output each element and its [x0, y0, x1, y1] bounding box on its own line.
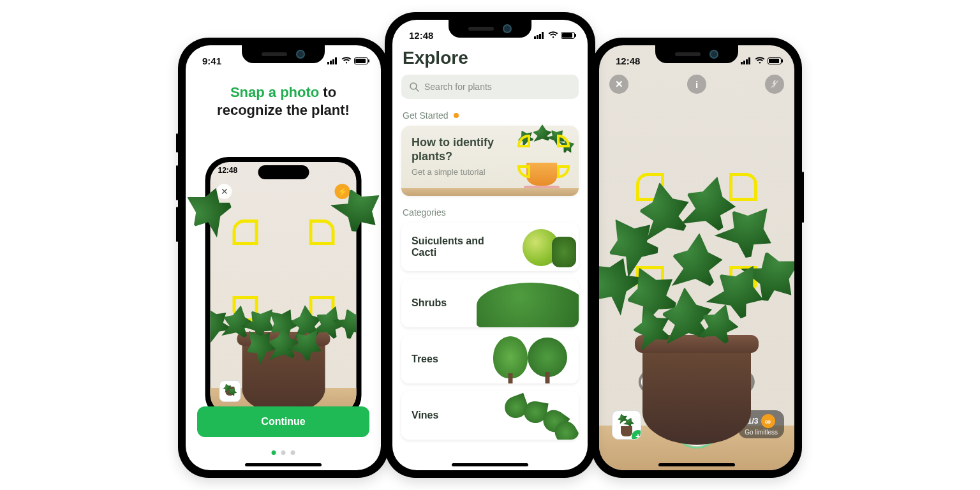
wifi-icon [548, 31, 558, 39]
page-indicator [272, 450, 295, 455]
status-bar: 12:48 [599, 45, 794, 71]
go-limitless-label: Go limitless [745, 429, 778, 436]
screen-onboarding: 9:41 Snap a photo to recognize the plant… [186, 45, 381, 470]
infinity-icon: ∞ [761, 414, 775, 428]
status-bar: 12:48 [392, 20, 588, 45]
categories-list: Suiculents and Cacti Shrubs Trees Vines [401, 223, 579, 447]
onboarding-phone-illustration: 12:48 ✕ ⚡ [205, 157, 362, 419]
phone-mockup-onboarding: 9:41 Snap a photo to recognize the plant… [178, 38, 389, 478]
plant-illustration [599, 189, 794, 362]
flash-off-icon [770, 80, 779, 89]
notification-dot-icon [454, 113, 459, 118]
status-icons [327, 57, 368, 64]
screen-camera: 12:48 ✕ i [599, 45, 794, 470]
home-indicator [245, 463, 322, 466]
page-dot-active [272, 450, 276, 455]
plant-illustration [211, 241, 357, 356]
screen-explore: 12:48 Explore Search for plants Get Star… [392, 20, 588, 470]
status-time: 12:48 [616, 56, 640, 66]
phone-mockup-explore: 12:48 Explore Search for plants Get Star… [385, 12, 595, 478]
status-time: 9:41 [202, 56, 221, 66]
page-title: Explore [403, 48, 579, 68]
home-indicator [658, 463, 735, 466]
phone-mockup-camera: 12:48 ✕ i [591, 38, 802, 478]
gallery-thumbnail[interactable] [219, 380, 241, 402]
continue-button[interactable]: Continue [197, 406, 369, 437]
search-placeholder: Search for plants [424, 82, 492, 92]
cellular-icon [534, 31, 546, 39]
search-input[interactable]: Search for plants [401, 75, 579, 99]
battery-icon [561, 32, 575, 39]
page-dot [291, 450, 295, 455]
section-get-started: Get Started [403, 110, 579, 121]
status-icons [534, 31, 575, 39]
category-item-vines[interactable]: Vines [401, 391, 579, 440]
category-image [483, 394, 579, 440]
gallery-thumbnail[interactable]: + [612, 410, 641, 440]
battery-icon [354, 57, 368, 64]
tutorial-card[interactable]: How to identify plants? Get a simple tut… [401, 126, 579, 196]
card-title: How to identify plants? [412, 136, 514, 163]
search-icon [409, 82, 419, 92]
wifi-icon [755, 57, 765, 64]
inner-status-time: 12:48 [218, 166, 238, 175]
cellular-icon [327, 57, 339, 64]
status-icons [741, 57, 782, 64]
section-categories: Categories [403, 207, 579, 218]
category-item-trees[interactable]: Trees [401, 335, 579, 383]
svg-line-1 [416, 89, 419, 91]
headline-highlight: Snap a photo [230, 84, 319, 100]
home-indicator [452, 463, 528, 466]
category-image [483, 279, 579, 327]
card-illustration [509, 131, 572, 188]
page-dot [281, 450, 286, 455]
cellular-icon [741, 57, 752, 64]
wifi-icon [341, 57, 352, 64]
category-image [483, 335, 579, 383]
category-item-shrubs[interactable]: Shrubs [401, 279, 579, 327]
status-time: 12:48 [409, 30, 433, 41]
status-bar: 9:41 [186, 45, 381, 71]
onboarding-headline: Snap a photo to recognize the plant! [186, 84, 381, 119]
category-image [483, 223, 579, 271]
battery-icon [768, 57, 782, 64]
category-item-succulents[interactable]: Suiculents and Cacti [401, 223, 579, 271]
